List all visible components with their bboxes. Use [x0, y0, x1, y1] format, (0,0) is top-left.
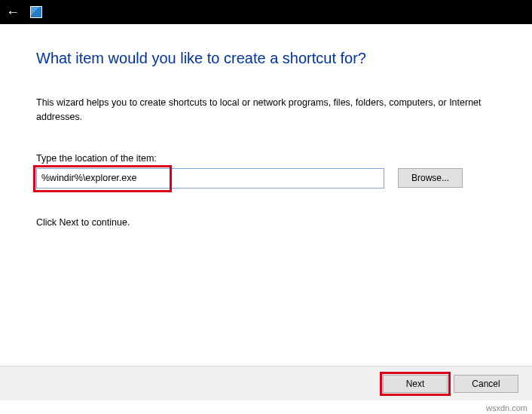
annotation-highlight-next: Next: [383, 375, 448, 393]
location-label: Type the location of the item:: [36, 153, 496, 164]
browse-button[interactable]: Browse...: [398, 168, 463, 188]
cancel-button[interactable]: Cancel: [454, 375, 518, 393]
shortcut-wizard-icon: [30, 6, 42, 18]
wizard-description: This wizard helps you to create shortcut…: [36, 96, 496, 124]
location-input-row: Browse...: [36, 168, 496, 189]
wizard-content: What item would you like to create a sho…: [0, 24, 532, 228]
wizard-heading: What item would you like to create a sho…: [36, 50, 496, 67]
back-arrow-icon[interactable]: ←: [6, 5, 20, 19]
watermark-text: wsxdn.com: [486, 403, 527, 412]
next-button[interactable]: Next: [383, 375, 448, 393]
wizard-footer: Next Cancel: [0, 366, 532, 400]
titlebar: ←: [0, 0, 532, 24]
continue-instruction: Click Next to continue.: [36, 217, 496, 228]
location-input[interactable]: [36, 168, 384, 189]
location-input-wrap: [36, 168, 384, 189]
